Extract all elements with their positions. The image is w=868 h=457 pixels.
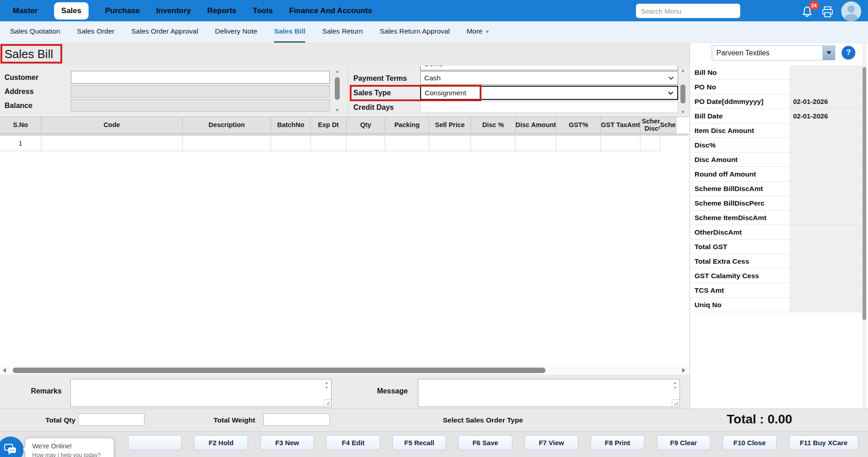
column-header[interactable]: Packing (385, 117, 429, 133)
subnav-item[interactable]: Sales Order (77, 21, 114, 43)
summary-row-value[interactable] (789, 80, 863, 94)
column-header[interactable]: GST% (556, 117, 601, 133)
table-cell[interactable] (183, 136, 271, 151)
summary-row-value[interactable] (789, 196, 863, 210)
company-select[interactable]: Parveen Textiles (712, 45, 835, 60)
remarks-textarea[interactable] (71, 379, 322, 407)
summary-row-value[interactable] (789, 65, 863, 79)
table-cell[interactable] (660, 136, 660, 151)
dropdown-arrow-button[interactable] (823, 46, 835, 60)
credit-days-input[interactable] (420, 101, 678, 113)
table-cell[interactable] (601, 136, 640, 151)
total-weight-input[interactable] (263, 413, 330, 426)
scroll-left-icon[interactable] (3, 368, 6, 373)
subnav-item[interactable]: More (466, 21, 489, 43)
hidden-select[interactable]: Demo (420, 66, 678, 70)
scroll-up-icon[interactable]: ▲ (680, 68, 686, 73)
summary-row-value[interactable] (789, 298, 863, 312)
search-menu-input[interactable] (636, 4, 740, 18)
table-cell[interactable] (347, 136, 385, 151)
print-button[interactable] (821, 6, 834, 18)
function-button[interactable]: F5 Recall (392, 435, 446, 450)
customer-input[interactable] (71, 71, 330, 84)
subnav-item[interactable]: Sales Return Approval (380, 21, 450, 43)
summary-row-value[interactable] (789, 182, 863, 196)
textarea-arrows[interactable]: ▲▼ (671, 380, 679, 390)
column-header[interactable]: BatchNo (271, 117, 311, 133)
subnav-item[interactable]: Sales Return (322, 21, 363, 43)
sales-type-select[interactable]: Consignment (420, 86, 678, 100)
summary-row-value[interactable] (789, 240, 863, 254)
textarea-arrows[interactable]: ▲▼ (323, 380, 330, 390)
function-button[interactable]: F6 Save (458, 435, 512, 450)
function-button[interactable] (128, 435, 182, 450)
top-menu-item[interactable]: Purchase (105, 6, 140, 15)
function-button[interactable]: F3 New (260, 435, 314, 450)
table-cell[interactable] (640, 136, 660, 151)
top-menu-item[interactable]: Reports (207, 6, 236, 15)
function-button[interactable]: F4 Edit (326, 435, 380, 450)
mid-form-scrollbar[interactable]: ▲ ▼ (680, 68, 686, 114)
top-menu-item[interactable]: Master (13, 6, 38, 15)
table-cell[interactable] (556, 136, 601, 151)
message-textarea[interactable] (418, 379, 670, 407)
summary-row-value[interactable]: 02-01-2026 (789, 109, 863, 123)
table-cell[interactable]: 1 (0, 136, 41, 151)
scroll-down-icon[interactable]: ▼ (680, 110, 686, 114)
column-header[interactable]: Sell Price (429, 117, 471, 133)
scrollbar-thumb[interactable] (335, 77, 340, 100)
scrollbar-thumb[interactable] (680, 84, 685, 103)
top-menu-item[interactable]: Inventory (156, 6, 191, 15)
summary-row-value[interactable] (789, 211, 863, 225)
top-menu-item[interactable]: Tools (253, 6, 273, 15)
scroll-down-icon[interactable]: ▼ (334, 108, 341, 113)
summary-row-value[interactable] (789, 254, 863, 268)
column-header[interactable]: Code (41, 117, 183, 133)
resize-handle-icon[interactable] (672, 399, 680, 407)
column-header[interactable]: Disc % (471, 117, 516, 133)
subnav-item[interactable]: Sales Order Approval (131, 21, 198, 43)
summary-row-value[interactable] (789, 283, 863, 297)
function-button[interactable]: F7 View (525, 435, 578, 450)
table-cell[interactable] (311, 136, 347, 151)
summary-row-value[interactable] (789, 167, 863, 181)
column-header[interactable]: GST TaxAmt (601, 117, 640, 133)
chat-tooltip[interactable]: We're Online! How may I help you today? (25, 438, 114, 457)
scrollbar-thumb[interactable] (863, 67, 866, 320)
column-header[interactable]: Qty (347, 117, 385, 133)
table-cell[interactable] (41, 136, 183, 151)
total-qty-input[interactable] (78, 413, 144, 426)
column-header[interactable]: Scheme Disc% (640, 117, 660, 133)
scroll-right-icon[interactable] (682, 368, 685, 373)
scrollbar-thumb[interactable] (13, 368, 546, 373)
column-header[interactable]: Exp Dt (311, 117, 347, 133)
resize-handle-icon[interactable] (323, 399, 331, 407)
summary-row-value[interactable] (789, 123, 863, 138)
scroll-up-icon[interactable]: ▲ (334, 69, 341, 74)
subnav-item[interactable]: Sales Bill (274, 21, 305, 43)
table-cell[interactable] (429, 136, 471, 151)
function-button[interactable]: F9 Clear (657, 435, 710, 450)
summary-row-value[interactable]: 02-01-2026 (789, 94, 863, 108)
user-avatar[interactable] (841, 1, 861, 21)
table-cell[interactable] (385, 136, 429, 151)
function-button[interactable]: F2 Hold (194, 435, 248, 450)
left-form-scrollbar[interactable]: ▲ ▼ (334, 69, 341, 113)
top-menu-item[interactable]: Finance And Accounts (289, 6, 372, 15)
function-button[interactable]: F11 Buy XCare (789, 435, 858, 450)
table-cell[interactable] (471, 136, 516, 151)
column-header[interactable]: Disc Amount (516, 117, 556, 133)
right-panel-scrollbar[interactable] (862, 43, 867, 408)
subnav-item[interactable]: Delivery Note (215, 21, 257, 43)
column-header[interactable]: S.No (0, 117, 41, 133)
payment-terms-select[interactable]: Cash (420, 71, 678, 85)
function-button[interactable]: F10 Close (723, 435, 776, 450)
summary-row-value[interactable] (789, 152, 863, 167)
help-button[interactable]: ? (842, 46, 855, 59)
function-button[interactable]: F8 Print (590, 435, 644, 450)
column-header[interactable]: Description (183, 117, 271, 133)
summary-row-value[interactable] (789, 138, 863, 152)
table-cell[interactable] (516, 136, 556, 151)
summary-row-value[interactable] (789, 269, 863, 283)
summary-row-value[interactable] (789, 225, 863, 239)
